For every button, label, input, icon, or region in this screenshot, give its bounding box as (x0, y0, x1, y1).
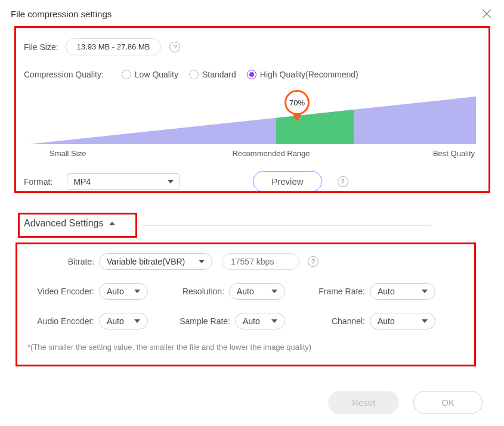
audio-encoder-select[interactable]: Auto (99, 313, 148, 329)
bitrate-label: Bitrate: (58, 257, 94, 266)
chevron-down-icon (134, 288, 140, 294)
channel-label: Channel: (308, 316, 365, 326)
svg-marker-2 (29, 97, 476, 144)
chevron-down-icon (271, 288, 277, 294)
radio-label: Standard (202, 70, 236, 79)
svg-marker-10 (134, 319, 140, 323)
slider-background-icon (29, 97, 476, 144)
chevron-down-icon (271, 318, 277, 324)
radio-circle-icon (122, 70, 131, 79)
file-size-value: 13.93 MB - 27.86 MB (66, 38, 162, 55)
format-label: Format: (24, 177, 52, 186)
slider-label-small: Small Size (29, 149, 185, 158)
sample-rate-label: Sample Rate: (171, 316, 230, 326)
main-settings-panel: File Size: 13.93 MB - 27.86 MB ? Compres… (14, 26, 490, 193)
slider-value: 70% (289, 98, 305, 107)
select-value: Auto (107, 287, 124, 296)
file-size-label: File Size: (24, 42, 58, 52)
reset-button[interactable]: Reset (328, 391, 399, 414)
select-value: Auto (243, 316, 260, 326)
radio-high-quality[interactable]: High Quality(Recommend) (247, 70, 358, 79)
resolution-label: Resolution: (171, 287, 224, 296)
compression-slider[interactable]: 70% Small Size Recommended Range Best Qu… (29, 94, 476, 159)
chevron-down-icon (168, 179, 174, 185)
close-icon[interactable] (481, 8, 492, 19)
format-select[interactable]: MP4 (67, 173, 180, 190)
frame-rate-select[interactable]: Auto (370, 283, 435, 300)
svg-marker-4 (168, 180, 174, 184)
svg-marker-5 (109, 222, 115, 225)
select-value: Auto (237, 287, 254, 296)
svg-marker-8 (271, 290, 277, 293)
radio-low-quality[interactable]: Low Quality (122, 70, 178, 79)
advanced-settings-label: Advanced Settings (24, 218, 103, 229)
bitrate-mode-select[interactable]: Variable bitrate(VBR) (99, 253, 212, 270)
svg-marker-6 (199, 260, 205, 263)
radio-circle-icon (189, 70, 199, 79)
slider-label-best: Best Quality (339, 149, 476, 158)
chevron-up-icon (109, 220, 115, 226)
chevron-down-icon (422, 318, 428, 324)
ok-button[interactable]: OK (413, 391, 483, 414)
chevron-down-icon (422, 288, 428, 294)
frame-rate-label: Frame Rate: (308, 287, 365, 296)
svg-marker-9 (422, 290, 428, 293)
svg-marker-12 (422, 319, 428, 323)
video-encoder-select[interactable]: Auto (99, 283, 148, 300)
audio-encoder-label: Audio Encoder: (29, 316, 94, 326)
video-encoder-label: Video Encoder: (29, 287, 94, 296)
svg-marker-7 (134, 290, 140, 293)
chevron-down-icon (134, 318, 140, 324)
help-icon[interactable]: ? (338, 176, 348, 187)
radio-standard[interactable]: Standard (189, 70, 236, 79)
slider-label-mid: Recommended Range (185, 149, 339, 158)
advanced-settings-toggle[interactable]: Advanced Settings (24, 218, 115, 229)
select-value: Auto (378, 316, 395, 326)
resolution-select[interactable]: Auto (229, 283, 285, 300)
radio-label: Low Quality (135, 70, 178, 79)
bitrate-mode-value: Variable bitrate(VBR) (107, 257, 185, 266)
hint-text: *(The smaller the setting value, the sma… (27, 343, 464, 352)
advanced-settings-panel: Bitrate: Variable bitrate(VBR) ? Video E… (16, 242, 476, 362)
help-icon[interactable]: ? (169, 42, 180, 52)
divider (142, 225, 431, 226)
dialog-title: File compression settings (11, 9, 112, 19)
radio-circle-icon (247, 70, 256, 79)
sample-rate-select[interactable]: Auto (235, 313, 285, 329)
radio-label: High Quality(Recommend) (260, 70, 358, 79)
help-icon[interactable]: ? (308, 256, 319, 267)
bitrate-input[interactable] (222, 253, 299, 270)
format-value: MP4 (73, 177, 91, 186)
slider-thumb[interactable]: 70% (285, 90, 310, 122)
preview-button[interactable]: Preview (253, 171, 321, 192)
select-value: Auto (378, 287, 395, 296)
svg-marker-11 (271, 319, 277, 323)
select-value: Auto (107, 316, 124, 326)
quality-label: Compression Quality: (24, 70, 104, 79)
channel-select[interactable]: Auto (370, 313, 435, 329)
chevron-down-icon (199, 259, 205, 265)
